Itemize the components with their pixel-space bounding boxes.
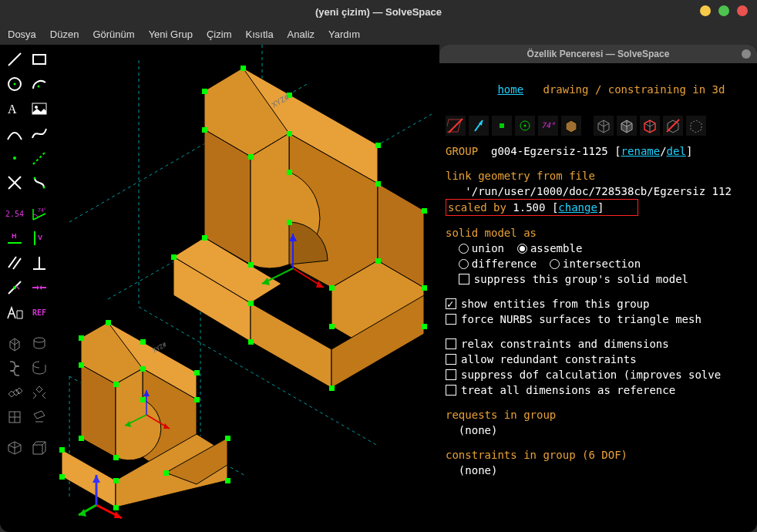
point-tool-icon[interactable] [3,146,26,170]
relax-constraints-checkbox[interactable] [446,338,456,349]
perpendicular-constraint-icon[interactable] [28,251,51,274]
sketch-in-plane-tool-icon[interactable] [28,406,51,429]
image-tool-icon[interactable] [28,97,51,120]
suppress-solid-checkbox[interactable] [459,274,469,285]
svg-rect-87 [225,478,230,483]
text-tool-icon[interactable]: A [3,97,26,120]
reference-constraint-icon[interactable]: REF [28,301,51,324]
symmetric-constraint-icon[interactable] [28,276,51,299]
svg-rect-92 [59,447,65,453]
delete-link[interactable]: del [667,145,686,157]
revolve-tool-icon[interactable] [28,356,51,379]
point-on-constraint-icon[interactable] [3,276,26,299]
svg-point-4 [38,86,40,88]
svg-marker-118 [93,475,100,483]
helix-tool-icon[interactable] [3,356,26,379]
sketch-in-3d-tool-icon[interactable] [3,406,26,429]
constraints-icon[interactable] [515,116,535,136]
points-icon[interactable] [492,116,512,136]
treat-ref-checkbox[interactable] [446,385,456,396]
horizontal-constraint-icon[interactable]: H [3,227,26,250]
svg-rect-77 [287,170,292,175]
svg-line-0 [8,53,21,66]
allow-redundant-checkbox[interactable] [446,354,456,365]
outlines-icon[interactable] [640,116,660,136]
menu-newgroup[interactable]: Yeni Grup [149,29,193,40]
requests-label: requests in group [446,409,556,421]
union-radio[interactable] [459,244,469,254]
left-toolbar: A 2.54 74° H V REF [0,45,54,532]
suppress-dof-checkbox[interactable] [446,369,456,380]
trim-tool-icon[interactable] [28,171,51,194]
show-entities-checkbox[interactable] [446,298,456,309]
menu-edit[interactable]: Düzen [50,29,79,40]
linked-part-large [173,68,424,388]
scale-value: 1.500 [513,201,545,214]
edges-icon[interactable] [617,116,637,136]
line-tool-icon[interactable] [3,48,26,71]
change-scale-link[interactable]: change [558,201,597,214]
arc-tool-icon[interactable] [28,72,51,96]
menu-sketch[interactable]: Çizim [207,29,232,40]
rename-link[interactable]: rename [621,145,661,157]
menu-help[interactable]: Yardım [328,29,360,40]
svg-rect-88 [163,470,169,476]
svg-rect-69 [422,324,427,329]
svg-point-29 [34,338,45,342]
step-rotate-tool-icon[interactable] [28,381,51,404]
3d-viewport[interactable]: XYZ# XYZ# [54,45,439,532]
angle-constraint-icon[interactable]: 74° [28,202,51,225]
svg-rect-72 [248,301,254,306]
normals-icon[interactable] [469,116,489,136]
minimize-button[interactable] [700,5,711,16]
menu-analyze[interactable]: Analiz [288,29,315,40]
svg-point-8 [13,157,16,160]
parallel-constraint-icon[interactable] [3,251,26,274]
force-nurbs-checkbox[interactable] [446,314,456,325]
distance-constraint-icon[interactable]: 2.54 [3,202,26,225]
svg-rect-71 [248,339,254,345]
constraints-none: (none) [459,464,498,476]
tangent-arc-tool-icon[interactable] [3,122,26,145]
rect-tool-icon[interactable] [28,48,51,71]
maximize-button[interactable] [718,5,729,16]
home-link[interactable]: home [497,83,523,96]
svg-text:H: H [12,232,17,240]
nearest-ortho-icon[interactable] [28,436,51,460]
nearest-iso-icon[interactable] [3,436,26,460]
workplane-hidden-icon[interactable] [446,116,466,136]
vertical-constraint-icon[interactable]: V [28,227,51,250]
axis-gizmo-icon [77,470,131,524]
shaded-icon[interactable] [594,116,614,136]
svg-marker-49 [251,303,331,388]
circle-tool-icon[interactable] [3,72,26,96]
close-button[interactable] [737,5,748,16]
view-toolbar: 74° [446,116,751,136]
svg-rect-97 [140,397,146,402]
assemble-radio[interactable] [517,244,527,254]
svg-rect-85 [194,397,200,402]
lathe-tool-icon[interactable] [28,332,51,355]
intersection-radio[interactable] [550,259,560,269]
split-tool-icon[interactable] [3,171,26,194]
hidden-lines-icon[interactable] [686,116,706,136]
svg-point-7 [35,106,38,109]
menubar: Dosya Düzen Görünüm Yeni Grup Çizim Kısı… [0,23,757,45]
mesh-hidden-icon[interactable] [663,116,683,136]
breadcrumb: drawing / constraining in 3d [543,83,725,96]
faces-icon[interactable] [561,116,581,136]
menu-view[interactable]: Görünüm [93,29,134,40]
step-translate-tool-icon[interactable] [3,381,26,404]
construction-tool-icon[interactable] [28,146,51,170]
bezier-tool-icon[interactable] [28,122,51,145]
angle-display-icon[interactable]: 74° [538,116,558,136]
difference-radio[interactable] [459,259,469,269]
equal-constraint-icon[interactable] [3,301,26,324]
svg-rect-96 [140,366,146,372]
svg-rect-123 [500,123,504,128]
menu-constrain[interactable]: Kısıtla [245,29,273,40]
svg-point-12 [34,177,36,180]
menu-file[interactable]: Dosya [8,29,36,40]
svg-rect-73 [171,254,177,260]
extrude-tool-icon[interactable] [3,332,26,355]
